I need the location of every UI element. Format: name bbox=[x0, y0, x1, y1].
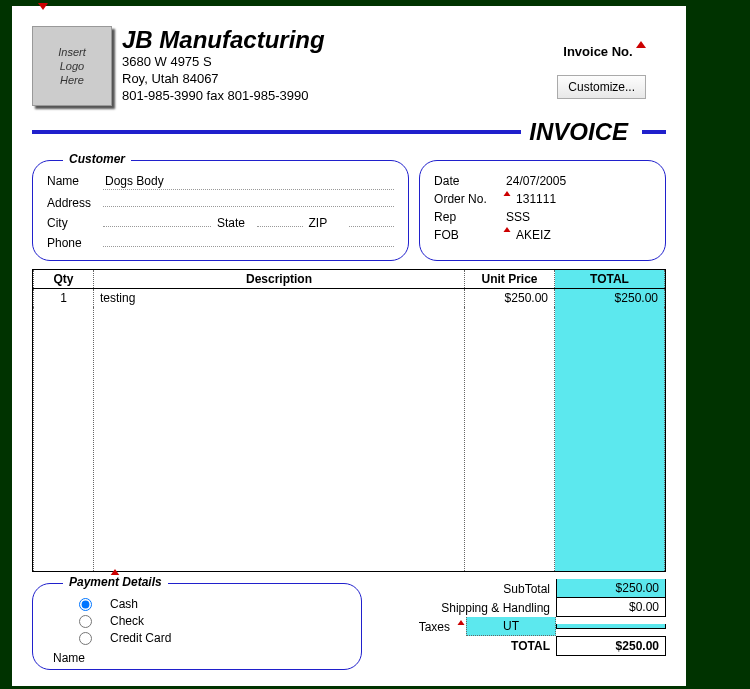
fob-field[interactable]: AKEIZ bbox=[514, 227, 651, 243]
customer-state-field[interactable] bbox=[257, 212, 303, 227]
company-phone: 801-985-3990 fax 801-985-3990 bbox=[122, 88, 325, 105]
rep-label: Rep bbox=[434, 210, 504, 224]
date-field[interactable]: 24/07/2005 bbox=[504, 173, 651, 189]
company-street: 3680 W 4975 S bbox=[122, 54, 325, 71]
logo-placeholder[interactable]: Insert Logo Here bbox=[32, 26, 112, 106]
state-label: State bbox=[217, 216, 257, 230]
grand-total-amount: $250.00 bbox=[556, 636, 666, 656]
shipping-amount[interactable]: $0.00 bbox=[556, 598, 666, 617]
company-city: Roy, Utah 84067 bbox=[122, 71, 325, 88]
subtotal-label: SubTotal bbox=[406, 580, 556, 598]
price-cell[interactable]: $250.00 bbox=[465, 289, 555, 308]
meta-panel: Date 24/07/2005 Order No. 131111 Rep SSS… bbox=[419, 160, 666, 261]
date-label: Date bbox=[434, 174, 504, 188]
qty-cell[interactable]: 1 bbox=[34, 289, 94, 308]
cash-label: Cash bbox=[110, 597, 138, 611]
divider bbox=[642, 130, 666, 134]
phone-label: Phone bbox=[47, 236, 103, 250]
line-items-table: Qty Description Unit Price TOTAL 1 testi… bbox=[33, 270, 665, 571]
grand-total-label: TOTAL bbox=[406, 637, 556, 655]
total-cell[interactable]: $250.00 bbox=[555, 289, 665, 308]
cc-radio[interactable] bbox=[79, 632, 92, 645]
check-radio[interactable] bbox=[79, 615, 92, 628]
subtotal-amount: $250.00 bbox=[556, 579, 666, 598]
price-header: Unit Price bbox=[465, 270, 555, 289]
check-label: Check bbox=[110, 614, 144, 628]
customer-zip-field[interactable] bbox=[349, 212, 395, 227]
cc-label: Credit Card bbox=[110, 631, 171, 645]
customize-button[interactable]: Customize... bbox=[557, 75, 646, 99]
document-title: INVOICE bbox=[521, 118, 636, 146]
payer-name-label: Name bbox=[53, 651, 103, 665]
payment-panel: Payment Details Cash Check Credit Card N… bbox=[32, 583, 362, 670]
desc-header: Description bbox=[94, 270, 465, 289]
desc-cell[interactable]: testing bbox=[94, 289, 465, 308]
customer-legend: Customer bbox=[63, 152, 131, 166]
customer-name-field[interactable]: Dogs Body bbox=[103, 173, 394, 190]
tax-code-field[interactable]: UT bbox=[466, 617, 556, 636]
order-label: Order No. bbox=[434, 192, 504, 206]
taxes-label: Taxes bbox=[396, 618, 456, 636]
shipping-label: Shipping & Handling bbox=[406, 599, 556, 617]
table-row[interactable] bbox=[34, 307, 665, 571]
fob-label: FOB bbox=[434, 228, 504, 242]
divider bbox=[32, 130, 521, 134]
customer-phone-field[interactable] bbox=[103, 232, 394, 247]
name-label: Name bbox=[47, 174, 103, 188]
cash-radio[interactable] bbox=[79, 598, 92, 611]
taxes-amount bbox=[556, 624, 666, 629]
invoice-no-label: Invoice No. bbox=[563, 44, 632, 59]
company-name: JB Manufacturing bbox=[122, 26, 325, 54]
zip-label: ZIP bbox=[309, 216, 349, 230]
table-row[interactable]: 1 testing $250.00 $250.00 bbox=[34, 289, 665, 308]
customer-city-field[interactable] bbox=[103, 212, 211, 227]
city-label: City bbox=[47, 216, 103, 230]
total-header: TOTAL bbox=[555, 270, 665, 289]
payment-legend: Payment Details bbox=[63, 575, 168, 589]
customer-address-field[interactable] bbox=[103, 192, 394, 207]
qty-header: Qty bbox=[34, 270, 94, 289]
order-field[interactable]: 131111 bbox=[514, 191, 651, 207]
address-label: Address bbox=[47, 196, 103, 210]
rep-field[interactable]: SSS bbox=[504, 209, 651, 225]
customer-panel: Customer Name Dogs Body Address City Sta… bbox=[32, 160, 409, 261]
